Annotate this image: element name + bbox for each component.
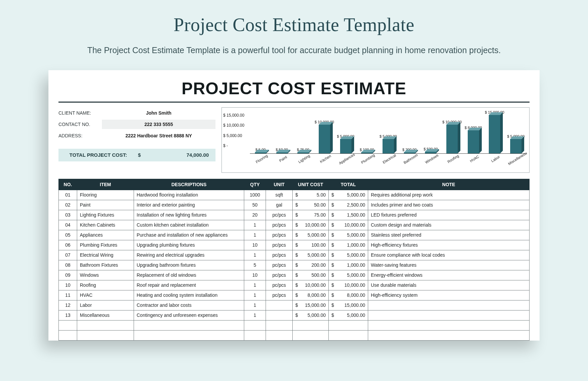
- cell-uc-val: 5.00: [299, 190, 329, 200]
- cell-note: High-efficiency system: [368, 290, 530, 300]
- cell-tot-val: 5,000.00: [335, 250, 368, 260]
- cell-desc: Replacement of old windows: [134, 270, 244, 280]
- contact-value: 222 333 5555: [102, 120, 215, 129]
- cell-no: 13: [59, 310, 77, 320]
- cell-tot-sym: $: [329, 220, 335, 230]
- cell-unit: pc/pcs: [266, 290, 293, 300]
- page-header: Project Cost Estimate Template The Proje…: [0, 0, 588, 57]
- col-note: NOTE: [368, 179, 530, 190]
- address-label: ADDRESS:: [58, 133, 102, 138]
- cell-note: Water-saving features: [368, 260, 530, 270]
- cell-note: [368, 310, 530, 320]
- chart-bar: $ 5,000.00: [505, 110, 527, 153]
- cell-tot-val: 5,000.00: [335, 190, 368, 200]
- cell-tot-val: 15,000.00: [335, 300, 368, 310]
- cell-note: Ensure compliance with local codes: [368, 250, 530, 260]
- spreadsheet-document: PROJECT COST ESTIMATE CLIENT NAME: John …: [48, 70, 540, 341]
- cell-unit: pc/pcs: [266, 210, 293, 220]
- cell-uc-sym: $: [293, 200, 299, 210]
- cell-tot-sym: $: [329, 300, 335, 310]
- y-tick: $ -: [223, 141, 249, 151]
- cell-unit: pc/pcs: [266, 250, 293, 260]
- cell-item: Miscellaneous: [77, 310, 134, 320]
- cell-tot-val: 10,000.00: [335, 280, 368, 290]
- cell-unit: gal: [266, 200, 293, 210]
- cell-uc-sym: $: [293, 220, 299, 230]
- cell-tot-sym: $: [329, 230, 335, 240]
- cell-uc-val: 10,000.00: [299, 220, 329, 230]
- cell-uc-sym: $: [293, 260, 299, 270]
- cell-uc-sym: $: [293, 290, 299, 300]
- table-row: 04Kitchen CabinetsCustom kitchen cabinet…: [59, 220, 530, 230]
- chart-y-axis: $ 15,000.00$ 10,000.00$ 5,000.00$ -: [223, 108, 249, 151]
- y-tick: $ 5,000.00: [223, 131, 249, 141]
- cell-qty: 1: [244, 290, 266, 300]
- cell-tot-val: 8,000.00: [335, 290, 368, 300]
- cell-uc-sym: $: [293, 230, 299, 240]
- cell-desc: Upgrading bathroom fixtures: [134, 260, 244, 270]
- chart-plot-area: $ 5.00$ 50.00$ 75.00$ 10,000.00$ 5,000.0…: [250, 110, 527, 154]
- cell-no: 05: [59, 230, 77, 240]
- x-tick: Flooring: [252, 152, 278, 177]
- cell-tot-sym: $: [329, 270, 335, 280]
- cell-unit: pc/pcs: [266, 220, 293, 230]
- cell-desc: Rewiring and electrical upgrades: [134, 250, 244, 260]
- cell-uc-val: 100.00: [299, 240, 329, 250]
- cell-qty: 50: [244, 200, 266, 210]
- cell-no: 03: [59, 210, 77, 220]
- cell-no: 10: [59, 280, 77, 290]
- cell-tot-val: 10,000.00: [335, 220, 368, 230]
- cell-desc: Custom kitchen cabinet installation: [134, 220, 244, 230]
- col-item: ITEM: [77, 179, 134, 190]
- cell-uc-sym: $: [293, 210, 299, 220]
- contact-label: CONTACT NO.: [58, 122, 102, 127]
- col-unit: UNIT: [266, 179, 293, 190]
- cell-tot-val: 1,000.00: [335, 260, 368, 270]
- cell-unit: pc/pcs: [266, 230, 293, 240]
- line-items-table: NO. ITEM DESCRIPTIONS QTY UNIT UNIT COST…: [58, 179, 530, 341]
- cell-tot-val: 5,000.00: [335, 270, 368, 280]
- cell-uc-val: 50.00: [299, 200, 329, 210]
- cell-tot-val: 2,500.00: [335, 200, 368, 210]
- cell-qty: 10: [244, 270, 266, 280]
- table-row: 07Electrical WiringRewiring and electric…: [59, 250, 530, 260]
- cell-tot-val: 1,500.00: [335, 210, 368, 220]
- y-tick: $ 15,000.00: [223, 110, 249, 121]
- cell-qty: 5: [244, 260, 266, 270]
- cell-no: 04: [59, 220, 77, 230]
- chart-x-axis: FlooringPaintLightingKitchenAppliancesPl…: [250, 154, 527, 171]
- page-title: Project Cost Estimate Template: [0, 14, 588, 35]
- cell-item: Plumbing Fixtures: [77, 240, 134, 250]
- table-row: 05AppliancesPurchase and installation of…: [59, 230, 530, 240]
- chart-bar: $ 200.00: [399, 110, 420, 153]
- total-amount: 74,000.00: [148, 152, 215, 158]
- cell-tot-sym: $: [329, 310, 335, 320]
- cell-item: Labor: [77, 300, 134, 310]
- cell-tot-sym: $: [329, 290, 335, 300]
- sheet-title: PROJECT COST ESTIMATE: [58, 79, 530, 103]
- cell-qty: 20: [244, 210, 266, 220]
- table-row: 12LaborContractor and labor costs1$15,00…: [59, 300, 530, 310]
- chart-bar: $ 8,000.00: [463, 110, 484, 153]
- cell-note: Includes primer and two coats: [368, 200, 530, 210]
- cell-qty: 1: [244, 230, 266, 240]
- cost-bar-chart: $ 15,000.00$ 10,000.00$ 5,000.00$ - $ 5.…: [222, 107, 530, 173]
- address-value: 2222 Hardboar Street 8888 NY: [102, 131, 215, 140]
- cell-tot-sym: $: [329, 260, 335, 270]
- cell-uc-sym: $: [293, 190, 299, 200]
- cell-qty: 1: [244, 250, 266, 260]
- table-row: 02PaintInterior and exterior painting50g…: [59, 200, 530, 210]
- client-name-label: CLIENT NAME:: [58, 110, 102, 116]
- cell-no: 09: [59, 270, 77, 280]
- cell-item: Bathroom Fixtures: [77, 260, 134, 270]
- cell-uc-val: 500.00: [299, 270, 329, 280]
- cell-uc-sym: $: [293, 240, 299, 250]
- cell-tot-val: 5,000.00: [335, 230, 368, 240]
- cell-desc: Contractor and labor costs: [134, 300, 244, 310]
- cell-qty: 1000: [244, 190, 266, 200]
- chart-bar: $ 15,000.00: [484, 110, 505, 153]
- cell-tot-val: 1,000.00: [335, 240, 368, 250]
- cell-item: Roofing: [77, 280, 134, 290]
- total-currency: $: [138, 152, 148, 158]
- chart-bar: $ 5,000.00: [378, 110, 399, 153]
